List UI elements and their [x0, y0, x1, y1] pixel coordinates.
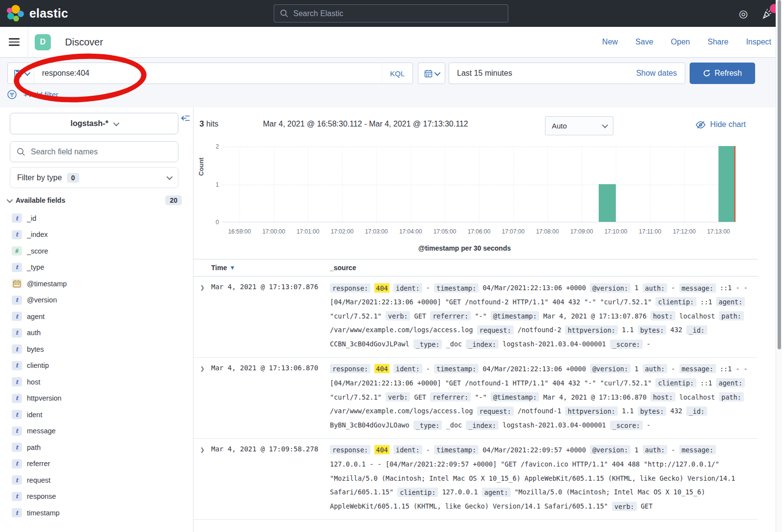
source-field-badge: verb: — [386, 311, 411, 320]
field-item-clientip[interactable]: tclientip — [7, 358, 187, 374]
expand-row-button[interactable]: ❯ — [194, 443, 211, 513]
source-field-value: - — [426, 446, 430, 454]
x-tick-label: 17:13:00 — [707, 228, 730, 235]
chevron-down-icon — [434, 69, 441, 76]
field-item-path[interactable]: tpath — [7, 439, 187, 456]
new-button[interactable]: New — [602, 38, 618, 46]
row-source: response: 404 ident: - timestamp: 04/Mar… — [330, 362, 758, 432]
show-dates-button[interactable]: Show dates — [636, 69, 677, 78]
hits-count: 3 hits — [199, 119, 263, 129]
news-icon[interactable] — [761, 8, 773, 20]
source-field-badge: clientip: — [655, 378, 696, 387]
row-time: Mar 4, 2021 @ 17:13:07.876 — [211, 281, 330, 351]
interval-select[interactable]: Auto — [545, 116, 613, 135]
source-field-badge: _index: — [466, 340, 499, 349]
share-button[interactable]: Share — [708, 38, 729, 46]
row-source: response: 404 ident: - timestamp: 04/Mar… — [330, 443, 758, 513]
histogram-bar[interactable] — [718, 146, 736, 222]
field-name: ident — [27, 411, 42, 419]
source-field-badge: timestamp: — [434, 283, 478, 293]
field-item-message[interactable]: tmessage — [7, 423, 187, 440]
time-range-value[interactable]: Last 15 minutes — [457, 69, 636, 78]
source-field-badge: _id: — [686, 325, 707, 335]
source-field-value: /notfound-1 — [518, 407, 561, 415]
y-tick-label: 2 — [211, 143, 219, 150]
field-item-httpversion[interactable]: thttpversion — [7, 390, 187, 407]
hide-chart-button[interactable]: Hide chart — [695, 120, 746, 129]
refresh-button[interactable]: Refresh — [690, 63, 755, 84]
field-item-request[interactable]: trequest — [7, 472, 187, 489]
saved-query-menu-button[interactable] — [8, 63, 34, 84]
field-item-bytes[interactable]: tbytes — [7, 341, 187, 358]
query-language-button[interactable]: KQL — [382, 63, 413, 84]
filter-icon[interactable] — [7, 90, 17, 99]
source-field-value: 04/Mar/2021:22:09:57 +0000 — [482, 446, 586, 454]
field-item-score[interactable]: #_score — [7, 243, 187, 259]
field-item-auth[interactable]: tauth — [7, 325, 187, 341]
filter-by-type-dropdown[interactable]: Filter by type 0 — [10, 167, 178, 188]
source-field-value: - — [671, 365, 675, 373]
source-field-value: GET — [641, 502, 652, 510]
app-navbar: D Discover New Save Open Share Inspect — [0, 27, 782, 58]
open-button[interactable]: Open — [671, 38, 690, 46]
text-type-icon: t — [12, 394, 22, 403]
global-search-input[interactable]: Search Elastic — [274, 4, 508, 22]
source-field-value: 1.1 — [622, 326, 633, 334]
source-field-badge: ident: — [393, 364, 422, 373]
field-name: bytes — [27, 345, 44, 353]
field-item-timestamp[interactable]: @timestamp — [7, 276, 187, 292]
inspect-button[interactable]: Inspect — [746, 38, 771, 46]
chart-plot-area[interactable] — [222, 147, 736, 222]
global-header: elastic Search Elastic ◎ — [0, 0, 782, 27]
source-field-badge: message: — [679, 445, 716, 454]
x-tick-label: 17:07:00 — [502, 228, 525, 235]
source-field-badge: auth: — [643, 445, 668, 454]
query-input[interactable]: response:404 KQL — [7, 63, 413, 84]
field-item-id[interactable]: t_id — [7, 210, 187, 227]
expand-row-button[interactable]: ❯ — [194, 281, 211, 351]
x-tick-label: 17:10:00 — [605, 228, 628, 235]
text-type-icon: t — [12, 361, 22, 370]
interval-selected-value: Auto — [552, 122, 567, 130]
source-field-badge: request: — [477, 406, 514, 416]
field-item-timestamp[interactable]: ttimestamp — [7, 505, 187, 521]
menu-button[interactable] — [0, 27, 28, 57]
source-field-badge: message: — [679, 364, 716, 373]
column-header-time[interactable]: Time ▼ — [211, 264, 330, 272]
index-pattern-selector[interactable]: logstash-* — [10, 113, 178, 134]
chevron-down-icon — [113, 120, 119, 126]
highlighted-value: 404 — [374, 445, 389, 454]
field-item-referrer[interactable]: treferrer — [7, 456, 187, 472]
save-button[interactable]: Save — [635, 38, 653, 46]
field-name: message — [27, 427, 56, 435]
query-text[interactable]: response:404 — [34, 69, 382, 78]
discover-app-badge[interactable]: D — [35, 34, 51, 50]
field-item-agent[interactable]: tagent — [7, 308, 187, 325]
field-item-version[interactable]: t@version — [7, 292, 187, 309]
page-scrollbar[interactable] — [776, 0, 782, 532]
documents-table: Time ▼ _source ❯Mar 4, 2021 @ 17:13:07.8… — [194, 259, 758, 532]
field-search-input[interactable]: Search field names — [10, 141, 178, 162]
histogram-chart[interactable]: Count 012 16:59:0017:00:0017:01:0017:02:… — [194, 141, 782, 259]
field-item-type[interactable]: t_type — [7, 259, 187, 276]
add-filter-button[interactable]: + Add filter — [23, 90, 58, 99]
help-icon[interactable]: ◎ — [739, 8, 748, 19]
source-field-badge: @version: — [590, 364, 630, 373]
field-item-response[interactable]: tresponse — [7, 489, 187, 505]
field-item-index[interactable]: t_index — [7, 227, 187, 243]
scrollbar-thumb[interactable] — [778, 0, 781, 349]
date-picker-button[interactable] — [418, 63, 445, 84]
text-type-icon: t — [12, 328, 22, 338]
field-item-ident[interactable]: tident — [7, 406, 187, 423]
source-field-badge: _type: — [413, 340, 442, 349]
source-field-badge: path: — [719, 392, 744, 402]
histogram-bar[interactable] — [599, 184, 616, 222]
collapse-sidebar-button[interactable] — [180, 114, 190, 122]
source-field-value: 127.0.0.1 — [442, 488, 478, 496]
available-fields-header[interactable]: Available fields 20 — [7, 193, 182, 208]
elastic-logo[interactable]: elastic — [0, 5, 68, 22]
source-field-badge: host: — [651, 392, 675, 402]
expand-row-button[interactable]: ❯ — [194, 362, 211, 432]
source-field-badge: @version: — [590, 445, 630, 454]
field-item-host[interactable]: thost — [7, 374, 187, 390]
